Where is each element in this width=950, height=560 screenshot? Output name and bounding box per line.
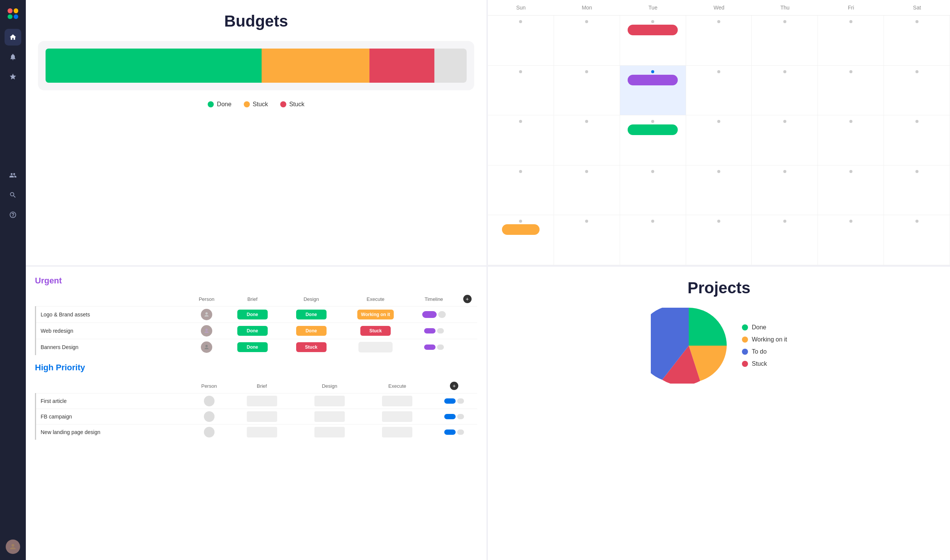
- table-row: Web redesign Done Done Stuck: [36, 323, 478, 339]
- cal-cell-5-7[interactable]: [884, 215, 950, 265]
- sidebar-item-home[interactable]: [5, 29, 21, 46]
- timeline-toggle[interactable]: [412, 311, 456, 318]
- cal-cell-2-2[interactable]: [554, 66, 620, 115]
- cal-cell-4-4[interactable]: [686, 165, 752, 215]
- cal-cell-3-2[interactable]: [554, 115, 620, 165]
- cal-cell-4-6[interactable]: [818, 165, 884, 215]
- legend-dot-done: [208, 101, 214, 107]
- budgets-title: Budgets: [38, 12, 474, 30]
- legend-item-todo: To do: [742, 348, 787, 355]
- toggle-blue-lp[interactable]: [444, 429, 456, 435]
- svg-point-2: [205, 329, 208, 331]
- pie-chart: [651, 308, 727, 384]
- timeline-toggle-fb[interactable]: [432, 414, 476, 419]
- cal-cell-2-1[interactable]: [488, 66, 554, 115]
- cal-cell-3-3[interactable]: [620, 115, 686, 165]
- task-person-web: [190, 323, 223, 339]
- add-column-icon-hp[interactable]: +: [450, 382, 458, 390]
- timeline-toggle-lp[interactable]: [432, 429, 476, 435]
- sidebar-item-help[interactable]: [5, 206, 21, 223]
- timeline-toggle-fa[interactable]: [432, 398, 476, 404]
- cal-cell-2-4[interactable]: [686, 66, 752, 115]
- cal-cell-4-1[interactable]: [488, 165, 554, 215]
- cal-day-mon: Mon: [554, 5, 620, 11]
- cal-cell-1-7[interactable]: [884, 16, 950, 65]
- app-logo[interactable]: [5, 6, 21, 21]
- cal-cell-3-7[interactable]: [884, 115, 950, 165]
- task-brief-banners: Done: [223, 339, 282, 356]
- legend-dot-stuck: [742, 361, 748, 367]
- cal-cell-1-2[interactable]: [554, 16, 620, 65]
- cal-cell-2-6[interactable]: [818, 66, 884, 115]
- cal-dot: [585, 20, 588, 23]
- sidebar-item-people[interactable]: [5, 167, 21, 184]
- toggle-gray: [438, 311, 446, 318]
- cal-cell-1-3[interactable]: [620, 16, 686, 65]
- cal-cell-2-3-highlighted[interactable]: [620, 66, 686, 115]
- cal-pill-purple: [628, 75, 678, 85]
- cal-dot: [849, 70, 852, 73]
- legend-label-working: Working on it: [752, 336, 787, 343]
- timeline-toggle[interactable]: [412, 328, 456, 333]
- cal-cell-3-1[interactable]: [488, 115, 554, 165]
- sidebar-item-favorites[interactable]: [5, 68, 21, 85]
- cal-cell-5-4[interactable]: [686, 215, 752, 265]
- cal-row-1: [488, 16, 950, 66]
- cal-cell-3-5[interactable]: [752, 115, 818, 165]
- logo-dot-green: [8, 14, 13, 19]
- cal-dot: [849, 120, 852, 123]
- toggle-gray-fa: [457, 398, 464, 404]
- cal-dot: [651, 170, 654, 173]
- task-timeline-fa: [431, 393, 477, 409]
- sidebar-item-search[interactable]: [5, 187, 21, 203]
- cal-cell-4-7[interactable]: [884, 165, 950, 215]
- cal-cell-4-5[interactable]: [752, 165, 818, 215]
- cal-cell-1-5[interactable]: [752, 16, 818, 65]
- cal-cell-4-2[interactable]: [554, 165, 620, 215]
- timeline-toggle[interactable]: [412, 344, 456, 350]
- cal-cell-2-7[interactable]: [884, 66, 950, 115]
- legend-dot-stuck-orange: [244, 101, 250, 107]
- task-design-banners: Stuck: [282, 339, 341, 356]
- task-timeline-banners: [410, 339, 457, 356]
- add-column-icon[interactable]: +: [463, 295, 472, 303]
- legend-stuck-red: Stuck: [280, 101, 305, 108]
- cal-dot: [783, 120, 786, 123]
- task-brief-fa: [228, 393, 295, 409]
- cal-dot: [783, 220, 786, 223]
- cal-dot: [717, 220, 720, 223]
- cal-dot: [651, 220, 654, 223]
- budget-legend: Done Stuck Stuck: [38, 101, 474, 108]
- task-execute-logo: Working on it: [341, 307, 410, 323]
- empty-cell: [247, 427, 277, 437]
- cal-cell-5-3[interactable]: [620, 215, 686, 265]
- cal-cell-4-3[interactable]: [620, 165, 686, 215]
- cal-dot: [585, 220, 588, 223]
- task-execute-web: Stuck: [341, 323, 410, 339]
- cal-cell-5-2[interactable]: [554, 215, 620, 265]
- tasks-panel: Urgent Person Brief Design Execute Timel…: [26, 267, 488, 560]
- toggle-blue[interactable]: [444, 398, 456, 404]
- toggle-purple-sm[interactable]: [424, 328, 436, 333]
- cal-cell-2-5[interactable]: [752, 66, 818, 115]
- cal-cell-1-6[interactable]: [818, 16, 884, 65]
- task-name-first-article: First article: [36, 393, 190, 409]
- cal-dot: [849, 170, 852, 173]
- cal-cell-3-6[interactable]: [818, 115, 884, 165]
- toggle-purple-sm2[interactable]: [424, 344, 436, 350]
- cal-cell-5-6[interactable]: [818, 215, 884, 265]
- sidebar-item-notifications[interactable]: [5, 49, 21, 65]
- user-avatar[interactable]: [6, 540, 20, 554]
- cal-cell-5-1[interactable]: [488, 215, 554, 265]
- cal-dot: [585, 170, 588, 173]
- cal-cell-1-4[interactable]: [686, 16, 752, 65]
- toggle-blue-fb[interactable]: [444, 414, 456, 419]
- cal-cell-1-1[interactable]: [488, 16, 554, 65]
- cal-cell-3-4[interactable]: [686, 115, 752, 165]
- empty-cell: [382, 411, 412, 422]
- cal-cell-5-5[interactable]: [752, 215, 818, 265]
- legend-stuck-orange: Stuck: [244, 101, 268, 108]
- toggle-purple[interactable]: [422, 311, 437, 318]
- col-task: [36, 292, 190, 307]
- task-timeline-lp: [431, 425, 477, 440]
